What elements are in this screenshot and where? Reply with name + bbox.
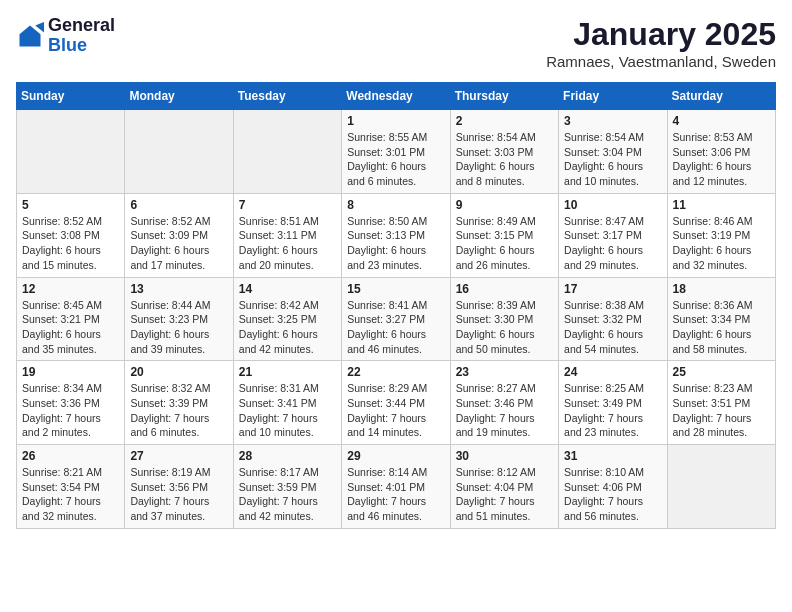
day-cell: 4Sunrise: 8:53 AM Sunset: 3:06 PM Daylig… — [667, 110, 775, 194]
day-cell: 12Sunrise: 8:45 AM Sunset: 3:21 PM Dayli… — [17, 277, 125, 361]
day-info: Sunrise: 8:25 AM Sunset: 3:49 PM Dayligh… — [564, 381, 661, 440]
day-info: Sunrise: 8:45 AM Sunset: 3:21 PM Dayligh… — [22, 298, 119, 357]
day-number: 31 — [564, 449, 661, 463]
day-info: Sunrise: 8:42 AM Sunset: 3:25 PM Dayligh… — [239, 298, 336, 357]
day-number: 5 — [22, 198, 119, 212]
day-number: 11 — [673, 198, 770, 212]
day-info: Sunrise: 8:19 AM Sunset: 3:56 PM Dayligh… — [130, 465, 227, 524]
day-cell: 27Sunrise: 8:19 AM Sunset: 3:56 PM Dayli… — [125, 445, 233, 529]
day-cell: 6Sunrise: 8:52 AM Sunset: 3:09 PM Daylig… — [125, 193, 233, 277]
day-number: 4 — [673, 114, 770, 128]
day-cell: 25Sunrise: 8:23 AM Sunset: 3:51 PM Dayli… — [667, 361, 775, 445]
header-monday: Monday — [125, 83, 233, 110]
day-info: Sunrise: 8:46 AM Sunset: 3:19 PM Dayligh… — [673, 214, 770, 273]
day-number: 10 — [564, 198, 661, 212]
day-cell: 1Sunrise: 8:55 AM Sunset: 3:01 PM Daylig… — [342, 110, 450, 194]
day-info: Sunrise: 8:52 AM Sunset: 3:09 PM Dayligh… — [130, 214, 227, 273]
week-row-3: 12Sunrise: 8:45 AM Sunset: 3:21 PM Dayli… — [17, 277, 776, 361]
day-info: Sunrise: 8:31 AM Sunset: 3:41 PM Dayligh… — [239, 381, 336, 440]
day-info: Sunrise: 8:41 AM Sunset: 3:27 PM Dayligh… — [347, 298, 444, 357]
header-saturday: Saturday — [667, 83, 775, 110]
header-sunday: Sunday — [17, 83, 125, 110]
day-cell — [125, 110, 233, 194]
day-number: 18 — [673, 282, 770, 296]
day-number: 28 — [239, 449, 336, 463]
week-row-5: 26Sunrise: 8:21 AM Sunset: 3:54 PM Dayli… — [17, 445, 776, 529]
day-info: Sunrise: 8:17 AM Sunset: 3:59 PM Dayligh… — [239, 465, 336, 524]
logo-blue-text: Blue — [48, 35, 87, 55]
week-row-4: 19Sunrise: 8:34 AM Sunset: 3:36 PM Dayli… — [17, 361, 776, 445]
day-number: 9 — [456, 198, 553, 212]
day-number: 3 — [564, 114, 661, 128]
day-cell: 30Sunrise: 8:12 AM Sunset: 4:04 PM Dayli… — [450, 445, 558, 529]
day-cell: 21Sunrise: 8:31 AM Sunset: 3:41 PM Dayli… — [233, 361, 341, 445]
day-info: Sunrise: 8:39 AM Sunset: 3:30 PM Dayligh… — [456, 298, 553, 357]
svg-marker-1 — [35, 22, 44, 33]
day-cell: 3Sunrise: 8:54 AM Sunset: 3:04 PM Daylig… — [559, 110, 667, 194]
logo-general-text: General — [48, 15, 115, 35]
day-number: 17 — [564, 282, 661, 296]
day-number: 6 — [130, 198, 227, 212]
day-info: Sunrise: 8:10 AM Sunset: 4:06 PM Dayligh… — [564, 465, 661, 524]
day-number: 2 — [456, 114, 553, 128]
day-info: Sunrise: 8:27 AM Sunset: 3:46 PM Dayligh… — [456, 381, 553, 440]
day-number: 8 — [347, 198, 444, 212]
day-number: 22 — [347, 365, 444, 379]
day-number: 14 — [239, 282, 336, 296]
day-cell — [667, 445, 775, 529]
day-info: Sunrise: 8:36 AM Sunset: 3:34 PM Dayligh… — [673, 298, 770, 357]
day-cell: 10Sunrise: 8:47 AM Sunset: 3:17 PM Dayli… — [559, 193, 667, 277]
title-area: January 2025 Ramnaes, Vaestmanland, Swed… — [546, 16, 776, 70]
day-info: Sunrise: 8:23 AM Sunset: 3:51 PM Dayligh… — [673, 381, 770, 440]
svg-marker-0 — [20, 25, 41, 46]
day-info: Sunrise: 8:54 AM Sunset: 3:03 PM Dayligh… — [456, 130, 553, 189]
day-info: Sunrise: 8:52 AM Sunset: 3:08 PM Dayligh… — [22, 214, 119, 273]
day-cell: 13Sunrise: 8:44 AM Sunset: 3:23 PM Dayli… — [125, 277, 233, 361]
day-number: 13 — [130, 282, 227, 296]
month-title: January 2025 — [546, 16, 776, 53]
day-cell: 26Sunrise: 8:21 AM Sunset: 3:54 PM Dayli… — [17, 445, 125, 529]
day-cell: 29Sunrise: 8:14 AM Sunset: 4:01 PM Dayli… — [342, 445, 450, 529]
day-cell: 20Sunrise: 8:32 AM Sunset: 3:39 PM Dayli… — [125, 361, 233, 445]
header-tuesday: Tuesday — [233, 83, 341, 110]
day-cell: 11Sunrise: 8:46 AM Sunset: 3:19 PM Dayli… — [667, 193, 775, 277]
week-row-1: 1Sunrise: 8:55 AM Sunset: 3:01 PM Daylig… — [17, 110, 776, 194]
day-number: 7 — [239, 198, 336, 212]
day-number: 12 — [22, 282, 119, 296]
day-cell — [233, 110, 341, 194]
day-cell: 28Sunrise: 8:17 AM Sunset: 3:59 PM Dayli… — [233, 445, 341, 529]
day-number: 23 — [456, 365, 553, 379]
day-cell: 15Sunrise: 8:41 AM Sunset: 3:27 PM Dayli… — [342, 277, 450, 361]
day-info: Sunrise: 8:54 AM Sunset: 3:04 PM Dayligh… — [564, 130, 661, 189]
day-info: Sunrise: 8:21 AM Sunset: 3:54 PM Dayligh… — [22, 465, 119, 524]
day-info: Sunrise: 8:12 AM Sunset: 4:04 PM Dayligh… — [456, 465, 553, 524]
day-number: 1 — [347, 114, 444, 128]
day-cell: 31Sunrise: 8:10 AM Sunset: 4:06 PM Dayli… — [559, 445, 667, 529]
day-info: Sunrise: 8:32 AM Sunset: 3:39 PM Dayligh… — [130, 381, 227, 440]
calendar: SundayMondayTuesdayWednesdayThursdayFrid… — [16, 82, 776, 529]
day-cell: 18Sunrise: 8:36 AM Sunset: 3:34 PM Dayli… — [667, 277, 775, 361]
day-cell: 7Sunrise: 8:51 AM Sunset: 3:11 PM Daylig… — [233, 193, 341, 277]
day-number: 30 — [456, 449, 553, 463]
day-cell: 14Sunrise: 8:42 AM Sunset: 3:25 PM Dayli… — [233, 277, 341, 361]
day-number: 29 — [347, 449, 444, 463]
day-info: Sunrise: 8:51 AM Sunset: 3:11 PM Dayligh… — [239, 214, 336, 273]
day-number: 24 — [564, 365, 661, 379]
header-wednesday: Wednesday — [342, 83, 450, 110]
day-info: Sunrise: 8:34 AM Sunset: 3:36 PM Dayligh… — [22, 381, 119, 440]
day-cell: 8Sunrise: 8:50 AM Sunset: 3:13 PM Daylig… — [342, 193, 450, 277]
day-number: 16 — [456, 282, 553, 296]
day-cell: 24Sunrise: 8:25 AM Sunset: 3:49 PM Dayli… — [559, 361, 667, 445]
day-number: 25 — [673, 365, 770, 379]
calendar-header-row: SundayMondayTuesdayWednesdayThursdayFrid… — [17, 83, 776, 110]
day-cell: 5Sunrise: 8:52 AM Sunset: 3:08 PM Daylig… — [17, 193, 125, 277]
day-cell: 9Sunrise: 8:49 AM Sunset: 3:15 PM Daylig… — [450, 193, 558, 277]
day-info: Sunrise: 8:29 AM Sunset: 3:44 PM Dayligh… — [347, 381, 444, 440]
day-number: 19 — [22, 365, 119, 379]
day-cell: 2Sunrise: 8:54 AM Sunset: 3:03 PM Daylig… — [450, 110, 558, 194]
day-number: 26 — [22, 449, 119, 463]
header: General Blue January 2025 Ramnaes, Vaest… — [16, 16, 776, 70]
header-thursday: Thursday — [450, 83, 558, 110]
day-number: 15 — [347, 282, 444, 296]
logo-icon — [16, 22, 44, 50]
